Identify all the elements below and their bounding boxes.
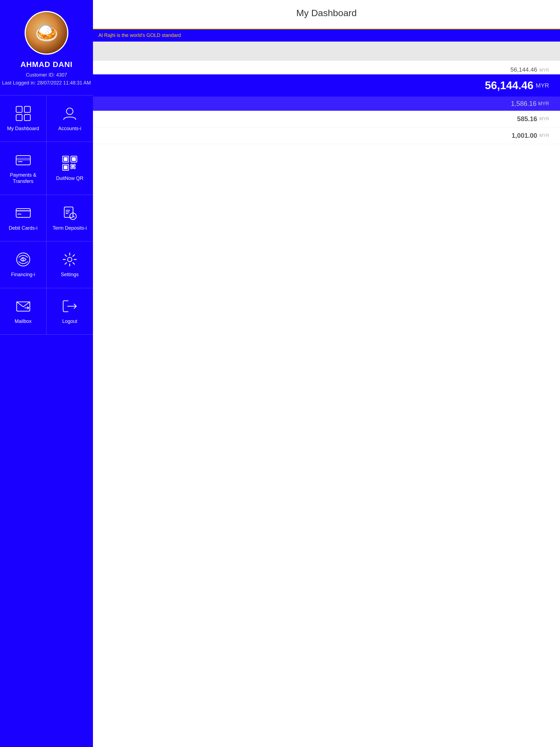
balance-total-header-amount: 56,144.46: [510, 66, 537, 73]
ticker-bar: Al Rajhi is the world's GOLD standard: [93, 28, 560, 42]
sidebar-item-label-my-dashboard: My Dashboard: [7, 126, 39, 132]
sidebar-item-label-settings: Settings: [61, 272, 78, 278]
dashboard-icon: [15, 105, 31, 122]
svg-rect-0: [16, 106, 22, 112]
sidebar-item-label-payments-transfers: Payments &Transfers: [10, 172, 36, 185]
sidebar-item-mailbox[interactable]: Mailbox: [0, 288, 47, 335]
sidebar-item-accounts-i[interactable]: Accounts-i: [47, 96, 93, 142]
balance-total-bar: 56,144.46 MYR: [93, 74, 560, 97]
accounts-icon: [61, 105, 78, 122]
sidebar-item-label-debit-cards-i: Debit Cards-i: [9, 225, 37, 231]
balance-section: 56,144.46 MYR 56,144.46 MYR 1,586.16 MYR…: [93, 61, 560, 144]
svg-text:$: $: [22, 256, 24, 262]
balance-sub-currency: MYR: [538, 101, 549, 107]
balance-row-1: 585.16 MYR: [93, 111, 560, 127]
avatar-image: 🍛: [26, 12, 67, 54]
main-header: My Dashboard: [93, 0, 560, 28]
svg-rect-18: [74, 164, 75, 166]
balance-sub-bar: 1,586.16 MYR: [93, 97, 560, 111]
amount2-currency: MYR: [539, 133, 549, 138]
user-info: Customer ID: 4307 Last Logged in: 28/07/…: [2, 71, 91, 87]
sidebar-item-term-deposits-i[interactable]: Term Deposits-i: [47, 195, 93, 241]
qr-icon: [61, 155, 78, 172]
customer-id: Customer ID: 4307: [2, 71, 91, 79]
sidebar-item-payments-transfers[interactable]: Payments &Transfers: [0, 142, 47, 195]
sidebar-item-label-accounts-i: Accounts-i: [58, 126, 81, 132]
balance-sub-amount: 1,586.16: [511, 100, 536, 107]
svg-rect-20: [74, 167, 75, 169]
balance-total-header-currency: MYR: [539, 68, 549, 73]
sidebar-item-label-duitnow-qr: DuitNow QR: [56, 175, 83, 182]
nav-grid: My Dashboard Accounts-i Payments &Tra: [0, 95, 93, 335]
sidebar-item-debit-cards-i[interactable]: Debit Cards-i: [0, 195, 47, 241]
sidebar-item-label-financing-i: Financing-i: [11, 272, 35, 278]
sidebar: 🍛 AHMAD DANI Customer ID: 4307 Last Logg…: [0, 0, 93, 747]
sidebar-item-label-term-deposits-i: Term Deposits-i: [52, 225, 87, 231]
sidebar-item-label-mailbox: Mailbox: [15, 318, 31, 325]
svg-rect-6: [16, 158, 30, 160]
balance-row-2: 1,001.00 MYR: [93, 127, 560, 144]
svg-point-34: [68, 257, 72, 262]
payments-icon: [15, 152, 31, 168]
term-icon: [61, 205, 78, 221]
svg-rect-22: [16, 209, 30, 217]
svg-rect-21: [72, 166, 73, 167]
mailbox-icon: [15, 298, 31, 314]
debit-icon: [15, 205, 31, 221]
svg-rect-2: [16, 114, 22, 121]
sidebar-item-financing-i[interactable]: $ Financing-i: [0, 241, 47, 288]
logout-icon: [61, 298, 78, 314]
settings-icon: [61, 251, 78, 268]
balance-large-amount: 56,144.46: [485, 79, 533, 92]
page-title: My Dashboard: [104, 8, 549, 18]
amount1-currency: MYR: [539, 117, 549, 121]
svg-rect-3: [24, 114, 30, 121]
sidebar-item-logout[interactable]: Logout: [47, 288, 93, 335]
sidebar-item-duitnow-qr[interactable]: DuitNow QR: [47, 142, 93, 195]
amount2-value: 1,001.00: [512, 132, 537, 139]
svg-rect-1: [24, 106, 30, 112]
amount1-value: 585.16: [517, 115, 537, 123]
user-name: AHMAD DANI: [21, 60, 73, 69]
search-bar-area: [93, 42, 560, 61]
main-content: My Dashboard Al Rajhi is the world's GOL…: [93, 0, 560, 747]
svg-point-4: [67, 108, 73, 114]
sidebar-item-my-dashboard[interactable]: My Dashboard: [0, 96, 47, 142]
svg-rect-19: [71, 167, 73, 169]
balance-header-row: 56,144.46 MYR: [93, 61, 560, 74]
avatar: 🍛: [25, 11, 68, 55]
financing-icon: $: [15, 251, 31, 268]
last-logged: Last Logged in: 28/07/2022 11:48:31 AM: [2, 79, 91, 87]
sidebar-item-settings[interactable]: Settings: [47, 241, 93, 288]
sidebar-item-label-logout: Logout: [62, 318, 77, 325]
balance-large-currency: MYR: [536, 82, 549, 89]
